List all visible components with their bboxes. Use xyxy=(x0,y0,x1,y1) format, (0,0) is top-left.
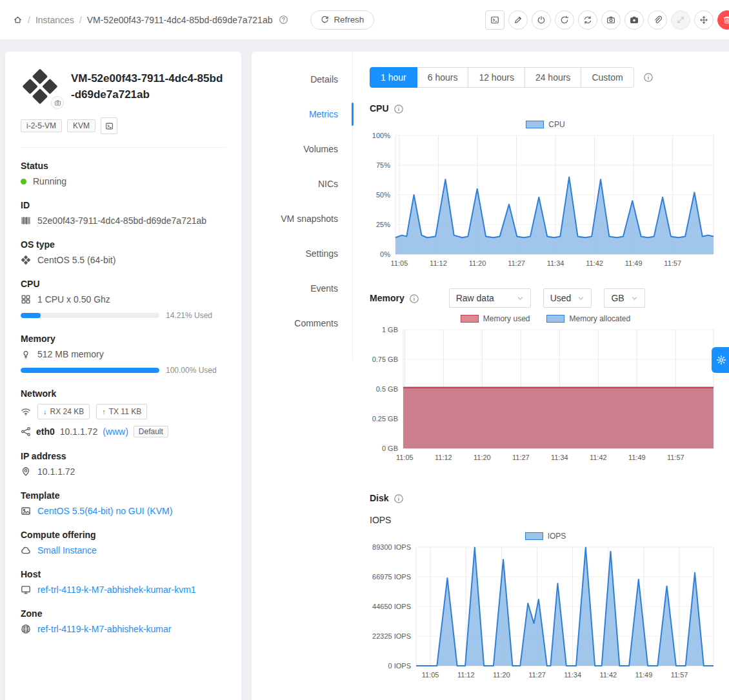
memory-label: Memory xyxy=(21,334,226,344)
tab-settings[interactable]: Settings xyxy=(252,236,352,271)
theme-settings-button[interactable] xyxy=(712,347,729,373)
instance-title: VM-52e00f43-7911-4dc4-85bd-d69de7a721ab xyxy=(71,71,226,103)
tab-metrics[interactable]: Metrics xyxy=(252,97,352,132)
instance-summary-card: VM-52e00f43-7911-4dc4-85bd-d69de7a721ab … xyxy=(5,52,241,700)
migrate-instance-button[interactable] xyxy=(671,10,690,30)
arrow-down-icon: ↓ xyxy=(43,408,47,415)
take-snapshot-button[interactable] xyxy=(601,10,621,30)
template-label: Template xyxy=(21,490,226,501)
question-circle-icon[interactable] xyxy=(279,15,288,25)
tab-vm-snapshots[interactable]: VM snapshots xyxy=(252,201,352,236)
svg-text:11:05: 11:05 xyxy=(422,671,439,679)
breadcrumb-separator: / xyxy=(28,15,30,25)
time-range-12-hours[interactable]: 12 hours xyxy=(468,67,524,88)
app-header: / Instances / VM-52e00f43-7911-4dc4-85bd… xyxy=(0,0,729,40)
memory-unit-select[interactable]: GB xyxy=(604,288,644,308)
compute-offering-field: Compute offering Small Instance xyxy=(21,530,226,555)
cpu-chart-canvas: 0%25%50%75%100%11:0511:1211:2011:2711:34… xyxy=(370,130,716,271)
attach-iso-button[interactable] xyxy=(648,10,667,30)
memory-chart: Memory usedMemory allocated0 GB0.25 GB0.… xyxy=(370,314,721,467)
tx-button[interactable]: ↑TX 11 KB xyxy=(96,404,147,419)
host-link[interactable]: ref-trl-4119-k-M7-abhishek-kumar-kvm1 xyxy=(37,585,196,595)
host-label: Host xyxy=(21,569,226,579)
time-range-1-hour[interactable]: 1 hour xyxy=(370,67,417,88)
view-console-button[interactable] xyxy=(485,10,504,30)
instance-internal-name-tag: i-2-5-VM xyxy=(21,119,62,132)
svg-text:11:49: 11:49 xyxy=(625,259,643,267)
home-icon[interactable] xyxy=(13,15,23,25)
nic-icon xyxy=(21,426,31,437)
time-range-6-hours[interactable]: 6 hours xyxy=(417,67,469,88)
info-icon[interactable] xyxy=(643,72,654,83)
cpu-section: CPU CPU0%25%50%75%100%11:0511:1211:2011:… xyxy=(370,103,721,273)
camera-badge-icon[interactable] xyxy=(51,96,64,109)
cloud-icon xyxy=(21,545,31,555)
ip-value: 10.1.1.72 xyxy=(37,466,75,477)
status-field: Status Running xyxy=(21,161,226,186)
cpu-field: CPU 1 CPU x 0.50 Ghz 14.21% Used xyxy=(21,279,226,320)
tab-comments[interactable]: Comments xyxy=(252,306,352,341)
info-icon[interactable] xyxy=(394,494,403,503)
move-instance-button[interactable] xyxy=(694,10,714,30)
hypervisor-tag: KVM xyxy=(67,119,95,132)
svg-text:75%: 75% xyxy=(376,161,390,169)
breadcrumb-separator: / xyxy=(79,15,82,25)
zone-link[interactable]: ref-trl-4119-k-M7-abhishek-kumar xyxy=(37,624,171,634)
cpu-chart: CPU0%25%50%75%100%11:0511:1211:2011:2711… xyxy=(370,120,721,273)
memory-field: Memory 512 MB memory 100.00% Used xyxy=(21,334,226,375)
svg-text:11:57: 11:57 xyxy=(671,671,688,679)
svg-text:89300 IOPS: 89300 IOPS xyxy=(372,543,411,551)
info-icon[interactable] xyxy=(394,104,403,114)
memory-mode-select[interactable]: Used xyxy=(543,288,592,308)
tab-nics[interactable]: NICs xyxy=(252,166,352,201)
svg-text:11:12: 11:12 xyxy=(435,454,452,461)
divider xyxy=(21,147,226,148)
compute-offering-link[interactable]: Small Instance xyxy=(37,545,97,555)
destroy-instance-button[interactable] xyxy=(717,10,729,30)
svg-text:50%: 50% xyxy=(376,191,390,199)
reload-icon xyxy=(321,15,329,24)
iops-legend: IOPS xyxy=(370,532,721,541)
svg-text:0.75 GB: 0.75 GB xyxy=(372,355,398,363)
svg-text:11:42: 11:42 xyxy=(590,454,607,461)
info-icon[interactable] xyxy=(409,294,419,303)
os-type-label: OS type xyxy=(21,239,226,250)
content: VM-52e00f43-7911-4dc4-85bd-d69de7a721ab … xyxy=(0,40,729,700)
memory-metric-select[interactable]: Raw data xyxy=(449,288,531,308)
cpu-icon xyxy=(21,294,31,305)
tab-details[interactable]: Details xyxy=(252,62,352,97)
bulb-icon xyxy=(21,349,31,359)
cpu-value: 1 CPU x 0.50 Ghz xyxy=(37,294,110,305)
tab-volumes[interactable]: Volumes xyxy=(252,132,352,166)
svg-text:11:20: 11:20 xyxy=(493,671,510,679)
picture-icon xyxy=(21,506,31,516)
breadcrumb-instances[interactable]: Instances xyxy=(35,15,74,25)
stop-instance-button[interactable] xyxy=(532,10,551,30)
time-range-group: 1 hour6 hours12 hours24 hoursCustom xyxy=(370,67,634,88)
tab-events[interactable]: Events xyxy=(252,271,352,306)
svg-text:11:57: 11:57 xyxy=(667,454,684,461)
desktop-icon xyxy=(21,585,31,595)
svg-text:11:42: 11:42 xyxy=(599,671,617,679)
take-vm-snapshot-button[interactable] xyxy=(624,10,644,30)
refresh-button[interactable]: Refresh xyxy=(310,10,374,30)
time-range-24-hours[interactable]: 24 hours xyxy=(524,67,581,88)
ip-label: IP address xyxy=(21,451,226,461)
memory-usage-bar xyxy=(21,368,159,373)
svg-text:11:34: 11:34 xyxy=(551,454,568,461)
edit-button[interactable] xyxy=(508,10,528,30)
memory-usage-label: 100.00% Used xyxy=(166,366,217,375)
svg-text:11:42: 11:42 xyxy=(586,259,603,267)
view-console-chip-button[interactable] xyxy=(101,117,117,134)
time-range-custom[interactable]: Custom xyxy=(581,67,634,88)
reboot-instance-button[interactable] xyxy=(555,10,574,30)
chevron-down-icon xyxy=(517,295,524,302)
disk-section-title: Disk xyxy=(370,493,389,503)
svg-text:22325 IOPS: 22325 IOPS xyxy=(372,632,411,640)
rx-button[interactable]: ↓RX 24 KB xyxy=(37,404,90,419)
location-pin-icon xyxy=(21,466,31,477)
network-link[interactable]: (www) xyxy=(103,426,128,437)
reinstall-instance-button[interactable] xyxy=(578,10,597,30)
template-link[interactable]: CentOS 5.5(64-bit) no GUI (KVM) xyxy=(37,506,172,516)
action-toolbar xyxy=(485,10,729,30)
